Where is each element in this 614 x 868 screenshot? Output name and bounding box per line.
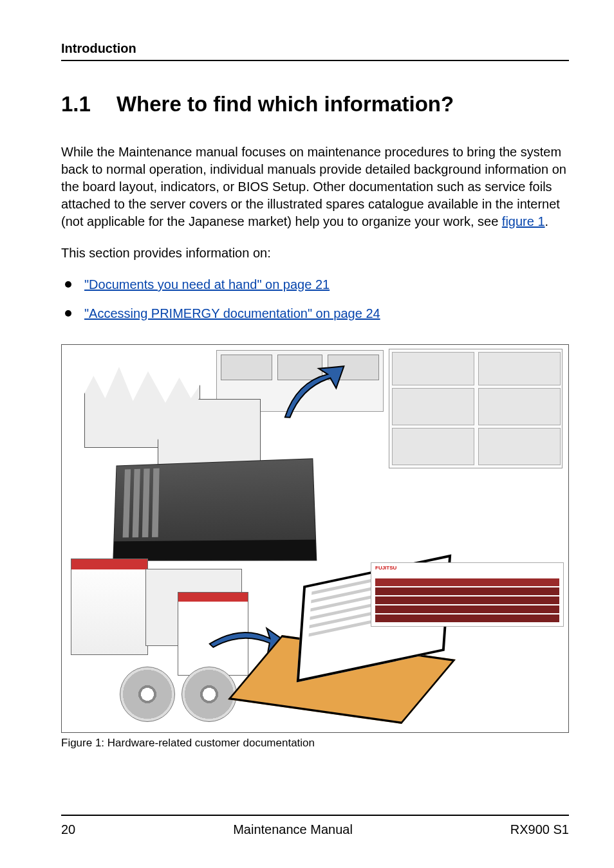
footer-title: Maintenance Manual: [233, 822, 353, 837]
footer-model: RX900 S1: [510, 822, 569, 837]
spares-catalogue-icon: FUJITSU: [371, 562, 564, 627]
link-accessing-primergy-docs[interactable]: "Accessing PRIMERGY documentation" on pa…: [84, 306, 380, 320]
discs-icon: [120, 667, 248, 725]
running-head: Introduction: [61, 41, 569, 61]
footer-page-number: 20: [61, 822, 75, 837]
link-documents-at-hand[interactable]: "Documents you need at hand" on page 21: [84, 277, 330, 291]
section-number: 1.1: [61, 92, 91, 116]
paragraph-1: While the Maintenance manual focuses on …: [61, 143, 569, 230]
paragraph-2: This section provides information on:: [61, 245, 569, 262]
section-title-text: Where to find which information?: [116, 92, 569, 116]
service-foils-right-icon: [389, 349, 563, 468]
bullet-list: "Documents you need at hand" on page 21 …: [61, 276, 569, 322]
document-page: Introduction 1.1 Where to find which inf…: [0, 0, 614, 868]
figure-1-link[interactable]: figure 1: [502, 214, 545, 228]
paragraph-1-pre: While the Maintenance manual focuses on …: [61, 145, 566, 228]
brand-label: FUJITSU: [375, 565, 396, 571]
list-item: "Accessing PRIMERGY documentation" on pa…: [61, 305, 569, 322]
list-item: "Documents you need at hand" on page 21: [61, 276, 569, 293]
figure-caption: Figure 1: Hardware-related customer docu…: [61, 737, 569, 750]
paragraph-1-post: .: [545, 214, 549, 228]
section-heading: 1.1 Where to find which information?: [61, 92, 569, 116]
figure-1: FUJITSU: [61, 344, 569, 733]
page-footer: 20 Maintenance Manual RX900 S1: [61, 815, 569, 837]
